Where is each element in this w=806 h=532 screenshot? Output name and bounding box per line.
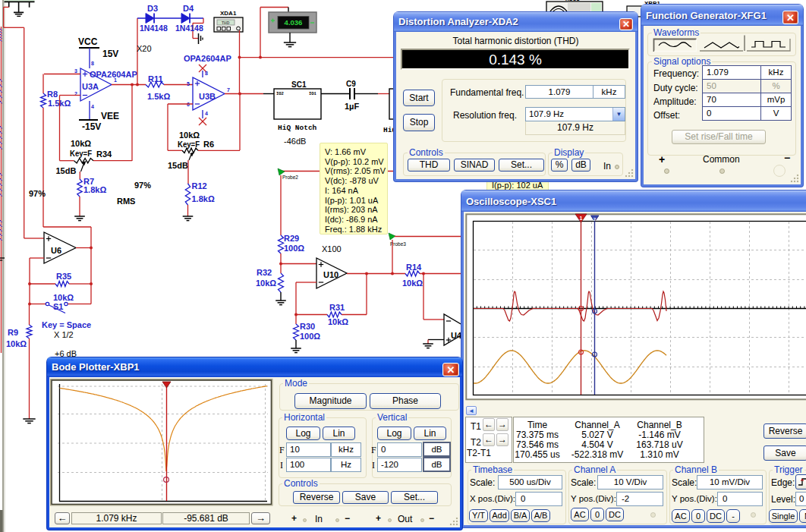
svg-text:R32: R32 [257, 268, 272, 277]
svg-text:VCC: VCC [78, 36, 98, 47]
svg-text:-46dB: -46dB [284, 137, 306, 146]
svg-text:R11: R11 [148, 74, 163, 83]
svg-text:R30: R30 [300, 322, 315, 331]
svg-text:Key = Space: Key = Space [42, 320, 91, 329]
svg-text:U3A: U3A [82, 82, 99, 91]
svg-text:1.5kΩ: 1.5kΩ [147, 92, 170, 101]
svg-text:RMS: RMS [117, 197, 135, 206]
svg-text:R8: R8 [47, 90, 58, 99]
svg-text:OPA2604AP: OPA2604AP [184, 54, 231, 63]
svg-text:100Ω: 100Ω [284, 244, 304, 253]
svg-text:97%: 97% [29, 189, 46, 198]
svg-text:3: 3 [74, 68, 77, 74]
svg-text:SC1: SC1 [291, 80, 307, 89]
svg-text:15dB: 15dB [56, 166, 77, 175]
svg-text:C9: C9 [346, 80, 356, 88]
svg-text:U4: U4 [451, 331, 462, 340]
svg-text:D3: D3 [147, 4, 158, 13]
svg-text:R14: R14 [406, 263, 422, 272]
svg-text:Key=F: Key=F [70, 149, 92, 158]
svg-text:1N4148: 1N4148 [140, 24, 168, 33]
svg-text:4: 4 [205, 111, 208, 116]
svg-text:X20: X20 [137, 44, 152, 53]
svg-text:4.036: 4.036 [285, 18, 303, 27]
svg-text:10kΩ: 10kΩ [402, 279, 423, 288]
svg-text:X100: X100 [322, 244, 342, 253]
svg-text:U6: U6 [51, 246, 61, 255]
svg-text:1µF: 1µF [345, 102, 359, 111]
svg-text:10kΩ: 10kΩ [53, 293, 74, 302]
svg-text:8: 8 [205, 71, 208, 76]
svg-text:XDA1: XDA1 [220, 10, 237, 17]
svg-text:VEE: VEE [101, 111, 119, 121]
svg-text:15dB: 15dB [168, 161, 188, 170]
svg-text:15V: 15V [102, 49, 118, 59]
svg-text:HiQ Notch: HiQ Notch [278, 124, 317, 132]
svg-text:1: 1 [580, 216, 583, 221]
svg-text:R12: R12 [192, 181, 207, 190]
svg-text:Probe2: Probe2 [282, 175, 298, 180]
svg-text:5: 5 [187, 81, 190, 87]
svg-text:R29: R29 [284, 234, 299, 243]
svg-text:U10: U10 [323, 270, 338, 279]
svg-text:1: 1 [114, 77, 117, 83]
svg-text:IO1: IO1 [309, 91, 317, 96]
svg-text:R6: R6 [203, 140, 214, 149]
svg-text:10kΩ: 10kΩ [256, 279, 276, 288]
svg-text:10kΩ: 10kΩ [6, 339, 27, 348]
svg-text:IO2: IO2 [276, 91, 284, 96]
svg-text:Key=F: Key=F [178, 140, 200, 149]
svg-text:THD: THD [222, 20, 230, 25]
svg-text:-15V: -15V [82, 121, 101, 132]
svg-text:1N4148: 1N4148 [175, 24, 203, 33]
svg-text:8: 8 [91, 61, 94, 66]
svg-text:100Ω: 100Ω [300, 332, 320, 341]
svg-text:1.8kΩ: 1.8kΩ [83, 185, 106, 194]
svg-text:4: 4 [91, 104, 94, 109]
svg-text:R34: R34 [96, 150, 112, 159]
svg-text:R31: R31 [329, 303, 345, 312]
svg-text:XSC1: XSC1 [565, 0, 579, 2]
svg-text:10kΩ: 10kΩ [71, 139, 91, 148]
svg-text:10kΩ: 10kΩ [179, 131, 200, 140]
svg-text:R35: R35 [56, 272, 71, 281]
svg-text:10kΩ: 10kΩ [328, 317, 348, 326]
svg-text:U3B: U3B [199, 92, 216, 101]
svg-text:R9: R9 [8, 328, 18, 337]
svg-text:97%: 97% [134, 181, 151, 190]
svg-text:D4: D4 [183, 4, 194, 13]
svg-text:1.8kΩ: 1.8kΩ [192, 194, 215, 203]
svg-text:X 1/2: X 1/2 [54, 330, 74, 339]
svg-text:7: 7 [227, 87, 230, 93]
